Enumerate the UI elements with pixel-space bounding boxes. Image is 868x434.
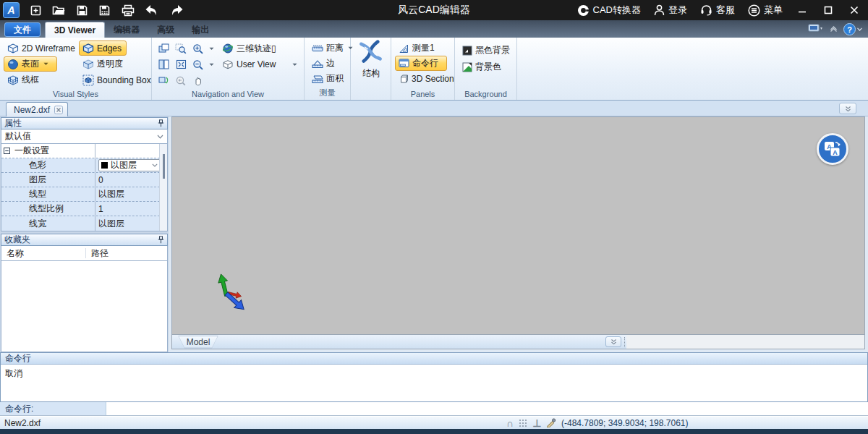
collapse-ribbon-icon[interactable] bbox=[830, 25, 838, 35]
structure-button[interactable]: 结构 bbox=[357, 39, 385, 80]
distance-button[interactable]: 距离 bbox=[308, 41, 347, 56]
tab-editor[interactable]: 编辑器 bbox=[105, 22, 148, 38]
section-box-icon bbox=[399, 74, 409, 84]
axis-gizmo bbox=[207, 269, 252, 311]
collapse-panel-button[interactable] bbox=[839, 103, 856, 114]
ortho-icon[interactable]: ⊥ bbox=[532, 418, 541, 428]
screen-style-button[interactable] bbox=[808, 24, 824, 35]
zoom-extents-button[interactable] bbox=[173, 57, 189, 72]
edge-ruler-icon bbox=[312, 59, 323, 69]
minimize-button[interactable] bbox=[791, 1, 813, 19]
open-file-button[interactable] bbox=[52, 4, 66, 16]
collapse-command-button[interactable] bbox=[605, 336, 621, 347]
print-button[interactable] bbox=[122, 4, 135, 17]
tile-windows-button[interactable] bbox=[156, 57, 171, 72]
edge-measure-button[interactable]: 边 bbox=[308, 56, 347, 71]
dna-structure-icon bbox=[357, 39, 385, 64]
document-tab[interactable]: New2.dxf bbox=[6, 102, 68, 116]
wireframe-button[interactable]: 线框 bbox=[4, 72, 79, 88]
measure1-panel-button[interactable]: 测量1 bbox=[395, 41, 451, 56]
user-view-button[interactable]: User View bbox=[218, 57, 301, 72]
pan-hand-icon[interactable] bbox=[190, 73, 206, 88]
command-panel-title: 命令行 bbox=[5, 352, 31, 365]
chevron-down-icon bbox=[857, 27, 862, 31]
redo-button[interactable] bbox=[169, 4, 184, 17]
zoom-window-button[interactable] bbox=[173, 41, 189, 56]
cascade-windows-button[interactable] bbox=[156, 41, 171, 56]
user-view-label: User View bbox=[237, 59, 276, 69]
horizontal-scrollbar[interactable] bbox=[626, 335, 864, 349]
3d-section-label: 3D Section bbox=[412, 74, 454, 84]
wireframe-label: 线框 bbox=[22, 74, 39, 86]
model-tab[interactable]: Model bbox=[178, 336, 218, 349]
translate-button[interactable]: A A bbox=[817, 133, 848, 165]
command-panel-header[interactable]: 命令行 bbox=[1, 353, 867, 365]
tab-output[interactable]: 输出 bbox=[183, 22, 218, 38]
login-button[interactable]: 登录 bbox=[650, 4, 692, 17]
draw-order-icon[interactable] bbox=[546, 418, 556, 427]
property-value: 以图层 bbox=[98, 188, 124, 200]
chevron-down-icon[interactable] bbox=[209, 63, 214, 67]
chevron-down-icon[interactable] bbox=[209, 47, 214, 51]
2d-wireframe-button[interactable]: 2D Wireframe bbox=[4, 41, 79, 56]
color-dropdown[interactable]: 以图层 bbox=[98, 159, 161, 171]
favorites-name-column[interactable]: 名称 bbox=[1, 248, 86, 258]
rotate-view-button[interactable] bbox=[156, 73, 171, 88]
chevron-down-icon bbox=[157, 135, 163, 139]
edges-button[interactable]: Edges bbox=[79, 41, 127, 56]
close-tab-icon[interactable] bbox=[54, 106, 63, 114]
zoom-out-button[interactable] bbox=[190, 57, 206, 72]
property-row-layer[interactable]: 图层 0 bbox=[1, 173, 167, 187]
structure-label: 结构 bbox=[357, 67, 385, 80]
ribbon-group-background: 黑色背景 背景色 Background bbox=[455, 38, 517, 100]
help-button[interactable]: ? bbox=[843, 23, 862, 35]
wireframe-cube-icon bbox=[7, 43, 19, 54]
transparency-button[interactable]: 透明度 bbox=[79, 56, 155, 72]
properties-scrollbar[interactable] bbox=[159, 144, 167, 231]
command-line-panel-button[interactable]: 命令行 bbox=[395, 56, 447, 71]
favorites-path-column[interactable]: 路径 bbox=[86, 247, 109, 260]
pin-icon[interactable] bbox=[158, 119, 164, 127]
command-input[interactable] bbox=[106, 402, 868, 415]
cad-converter-button[interactable]: CAD转换器 bbox=[573, 4, 645, 17]
tab-advanced[interactable]: 高级 bbox=[148, 22, 183, 38]
tab-3d-viewer-label: 3D Viewer bbox=[54, 25, 95, 35]
support-button[interactable]: 客服 bbox=[696, 4, 739, 17]
property-row-linetype[interactable]: 线型 以图层 bbox=[1, 187, 167, 202]
new-file-button[interactable] bbox=[30, 4, 42, 17]
background-color-button[interactable]: 背景色 bbox=[459, 59, 514, 75]
3d-section-button[interactable]: 3D Section bbox=[395, 71, 451, 86]
save-as-button[interactable] bbox=[98, 4, 111, 17]
property-row-color[interactable]: 色彩 以图层 bbox=[1, 158, 167, 173]
group-label-visual-styles: Visual Styles bbox=[0, 90, 151, 98]
favorites-list[interactable] bbox=[1, 261, 168, 352]
zoom-previous-button[interactable] bbox=[173, 73, 189, 88]
surface-button[interactable]: 表面 bbox=[4, 56, 57, 72]
tab-3d-viewer[interactable]: 3D Viewer bbox=[45, 22, 105, 38]
property-row-linetype-scale[interactable]: 线型比例 1 bbox=[1, 202, 167, 216]
drawing-viewport[interactable]: A A bbox=[171, 116, 865, 335]
area-button[interactable]: 面积 bbox=[308, 71, 347, 86]
status-bar: New2.dxf ∩ ⊥ (-484.7809; 349.9034; 198.7… bbox=[0, 416, 868, 429]
app-logo-icon[interactable]: A bbox=[3, 2, 20, 18]
property-row-lineweight[interactable]: 线宽 以图层 bbox=[1, 216, 167, 231]
maximize-button[interactable] bbox=[817, 1, 839, 19]
bounding-box-button[interactable]: Bounding Box bbox=[79, 72, 155, 88]
osnap-icon[interactable]: ∩ bbox=[506, 418, 514, 428]
coordinates-display: (-484.7809; 349.9034; 198.7061) bbox=[561, 418, 688, 428]
close-button[interactable] bbox=[843, 1, 865, 19]
menu-button[interactable]: 菜单 bbox=[744, 4, 787, 17]
tab-file[interactable]: 文件 bbox=[4, 22, 41, 37]
zoom-in-button[interactable] bbox=[190, 41, 206, 56]
black-background-button[interactable]: 黑色背景 bbox=[459, 43, 514, 58]
canvas-area: A A Model bbox=[169, 116, 868, 352]
3d-orbit-button[interactable]: 三维轨迹▯ bbox=[218, 41, 280, 56]
preset-dropdown[interactable]: 默认值 bbox=[1, 129, 168, 144]
scrollbar-thumb[interactable] bbox=[163, 154, 165, 179]
undo-button[interactable] bbox=[145, 4, 159, 17]
save-button[interactable] bbox=[76, 4, 88, 17]
grid-icon[interactable] bbox=[519, 419, 527, 427]
pin-icon[interactable] bbox=[158, 236, 164, 244]
collapse-group-icon[interactable] bbox=[4, 148, 10, 154]
property-group-row[interactable]: 一般设置 bbox=[1, 144, 167, 158]
